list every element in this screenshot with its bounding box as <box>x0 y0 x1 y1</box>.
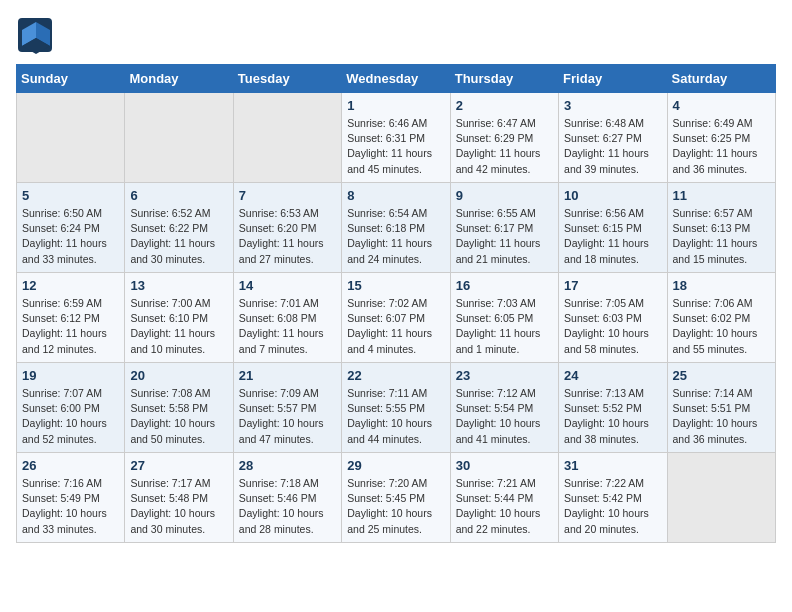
day-number: 24 <box>564 368 661 383</box>
day-info: Sunrise: 6:52 AM Sunset: 6:22 PM Dayligh… <box>130 206 227 267</box>
calendar-cell: 2Sunrise: 6:47 AM Sunset: 6:29 PM Daylig… <box>450 93 558 183</box>
calendar-cell <box>667 453 775 543</box>
day-number: 8 <box>347 188 444 203</box>
calendar-cell: 24Sunrise: 7:13 AM Sunset: 5:52 PM Dayli… <box>559 363 667 453</box>
calendar-cell: 28Sunrise: 7:18 AM Sunset: 5:46 PM Dayli… <box>233 453 341 543</box>
day-number: 27 <box>130 458 227 473</box>
calendar-cell <box>233 93 341 183</box>
calendar-cell: 10Sunrise: 6:56 AM Sunset: 6:15 PM Dayli… <box>559 183 667 273</box>
calendar-cell: 5Sunrise: 6:50 AM Sunset: 6:24 PM Daylig… <box>17 183 125 273</box>
calendar-cell: 20Sunrise: 7:08 AM Sunset: 5:58 PM Dayli… <box>125 363 233 453</box>
day-number: 12 <box>22 278 119 293</box>
calendar-cell: 3Sunrise: 6:48 AM Sunset: 6:27 PM Daylig… <box>559 93 667 183</box>
calendar-week-row: 19Sunrise: 7:07 AM Sunset: 6:00 PM Dayli… <box>17 363 776 453</box>
calendar-cell: 18Sunrise: 7:06 AM Sunset: 6:02 PM Dayli… <box>667 273 775 363</box>
day-info: Sunrise: 7:11 AM Sunset: 5:55 PM Dayligh… <box>347 386 444 447</box>
day-number: 14 <box>239 278 336 293</box>
day-number: 20 <box>130 368 227 383</box>
calendar-cell: 9Sunrise: 6:55 AM Sunset: 6:17 PM Daylig… <box>450 183 558 273</box>
day-info: Sunrise: 6:48 AM Sunset: 6:27 PM Dayligh… <box>564 116 661 177</box>
day-info: Sunrise: 7:09 AM Sunset: 5:57 PM Dayligh… <box>239 386 336 447</box>
day-number: 1 <box>347 98 444 113</box>
header-cell-wednesday: Wednesday <box>342 65 450 93</box>
calendar-cell: 1Sunrise: 6:46 AM Sunset: 6:31 PM Daylig… <box>342 93 450 183</box>
day-info: Sunrise: 7:22 AM Sunset: 5:42 PM Dayligh… <box>564 476 661 537</box>
day-number: 9 <box>456 188 553 203</box>
day-info: Sunrise: 7:12 AM Sunset: 5:54 PM Dayligh… <box>456 386 553 447</box>
calendar-cell: 19Sunrise: 7:07 AM Sunset: 6:00 PM Dayli… <box>17 363 125 453</box>
day-info: Sunrise: 7:20 AM Sunset: 5:45 PM Dayligh… <box>347 476 444 537</box>
day-number: 11 <box>673 188 770 203</box>
header-cell-saturday: Saturday <box>667 65 775 93</box>
day-number: 16 <box>456 278 553 293</box>
day-info: Sunrise: 6:57 AM Sunset: 6:13 PM Dayligh… <box>673 206 770 267</box>
calendar-week-row: 26Sunrise: 7:16 AM Sunset: 5:49 PM Dayli… <box>17 453 776 543</box>
day-number: 3 <box>564 98 661 113</box>
calendar-header-row: SundayMondayTuesdayWednesdayThursdayFrid… <box>17 65 776 93</box>
day-info: Sunrise: 7:05 AM Sunset: 6:03 PM Dayligh… <box>564 296 661 357</box>
calendar-cell: 13Sunrise: 7:00 AM Sunset: 6:10 PM Dayli… <box>125 273 233 363</box>
day-info: Sunrise: 6:55 AM Sunset: 6:17 PM Dayligh… <box>456 206 553 267</box>
calendar-cell: 31Sunrise: 7:22 AM Sunset: 5:42 PM Dayli… <box>559 453 667 543</box>
day-info: Sunrise: 6:49 AM Sunset: 6:25 PM Dayligh… <box>673 116 770 177</box>
day-number: 23 <box>456 368 553 383</box>
day-info: Sunrise: 6:47 AM Sunset: 6:29 PM Dayligh… <box>456 116 553 177</box>
calendar-cell: 14Sunrise: 7:01 AM Sunset: 6:08 PM Dayli… <box>233 273 341 363</box>
calendar-table: SundayMondayTuesdayWednesdayThursdayFrid… <box>16 64 776 543</box>
day-info: Sunrise: 6:46 AM Sunset: 6:31 PM Dayligh… <box>347 116 444 177</box>
calendar-cell: 6Sunrise: 6:52 AM Sunset: 6:22 PM Daylig… <box>125 183 233 273</box>
day-number: 2 <box>456 98 553 113</box>
day-info: Sunrise: 6:54 AM Sunset: 6:18 PM Dayligh… <box>347 206 444 267</box>
calendar-week-row: 12Sunrise: 6:59 AM Sunset: 6:12 PM Dayli… <box>17 273 776 363</box>
calendar-cell: 17Sunrise: 7:05 AM Sunset: 6:03 PM Dayli… <box>559 273 667 363</box>
calendar-cell: 11Sunrise: 6:57 AM Sunset: 6:13 PM Dayli… <box>667 183 775 273</box>
day-info: Sunrise: 7:01 AM Sunset: 6:08 PM Dayligh… <box>239 296 336 357</box>
calendar-cell: 23Sunrise: 7:12 AM Sunset: 5:54 PM Dayli… <box>450 363 558 453</box>
calendar-cell <box>125 93 233 183</box>
day-number: 29 <box>347 458 444 473</box>
calendar-cell: 7Sunrise: 6:53 AM Sunset: 6:20 PM Daylig… <box>233 183 341 273</box>
day-info: Sunrise: 7:00 AM Sunset: 6:10 PM Dayligh… <box>130 296 227 357</box>
day-info: Sunrise: 7:21 AM Sunset: 5:44 PM Dayligh… <box>456 476 553 537</box>
day-info: Sunrise: 6:56 AM Sunset: 6:15 PM Dayligh… <box>564 206 661 267</box>
day-number: 21 <box>239 368 336 383</box>
calendar-cell: 29Sunrise: 7:20 AM Sunset: 5:45 PM Dayli… <box>342 453 450 543</box>
calendar-cell: 27Sunrise: 7:17 AM Sunset: 5:48 PM Dayli… <box>125 453 233 543</box>
day-number: 7 <box>239 188 336 203</box>
day-info: Sunrise: 7:16 AM Sunset: 5:49 PM Dayligh… <box>22 476 119 537</box>
day-info: Sunrise: 7:06 AM Sunset: 6:02 PM Dayligh… <box>673 296 770 357</box>
page-header <box>16 16 776 54</box>
day-number: 13 <box>130 278 227 293</box>
day-number: 31 <box>564 458 661 473</box>
day-number: 10 <box>564 188 661 203</box>
logo-icon <box>16 16 54 54</box>
calendar-week-row: 5Sunrise: 6:50 AM Sunset: 6:24 PM Daylig… <box>17 183 776 273</box>
calendar-cell: 16Sunrise: 7:03 AM Sunset: 6:05 PM Dayli… <box>450 273 558 363</box>
calendar-cell: 12Sunrise: 6:59 AM Sunset: 6:12 PM Dayli… <box>17 273 125 363</box>
header-cell-friday: Friday <box>559 65 667 93</box>
day-number: 4 <box>673 98 770 113</box>
day-info: Sunrise: 6:50 AM Sunset: 6:24 PM Dayligh… <box>22 206 119 267</box>
day-info: Sunrise: 7:02 AM Sunset: 6:07 PM Dayligh… <box>347 296 444 357</box>
day-number: 26 <box>22 458 119 473</box>
calendar-cell: 30Sunrise: 7:21 AM Sunset: 5:44 PM Dayli… <box>450 453 558 543</box>
logo <box>16 16 56 54</box>
calendar-cell: 26Sunrise: 7:16 AM Sunset: 5:49 PM Dayli… <box>17 453 125 543</box>
calendar-cell: 4Sunrise: 6:49 AM Sunset: 6:25 PM Daylig… <box>667 93 775 183</box>
day-info: Sunrise: 7:07 AM Sunset: 6:00 PM Dayligh… <box>22 386 119 447</box>
calendar-cell: 8Sunrise: 6:54 AM Sunset: 6:18 PM Daylig… <box>342 183 450 273</box>
day-number: 6 <box>130 188 227 203</box>
day-number: 17 <box>564 278 661 293</box>
calendar-cell: 25Sunrise: 7:14 AM Sunset: 5:51 PM Dayli… <box>667 363 775 453</box>
day-info: Sunrise: 6:59 AM Sunset: 6:12 PM Dayligh… <box>22 296 119 357</box>
day-info: Sunrise: 7:08 AM Sunset: 5:58 PM Dayligh… <box>130 386 227 447</box>
calendar-cell: 22Sunrise: 7:11 AM Sunset: 5:55 PM Dayli… <box>342 363 450 453</box>
header-cell-monday: Monday <box>125 65 233 93</box>
calendar-cell: 15Sunrise: 7:02 AM Sunset: 6:07 PM Dayli… <box>342 273 450 363</box>
header-cell-thursday: Thursday <box>450 65 558 93</box>
calendar-week-row: 1Sunrise: 6:46 AM Sunset: 6:31 PM Daylig… <box>17 93 776 183</box>
day-info: Sunrise: 7:14 AM Sunset: 5:51 PM Dayligh… <box>673 386 770 447</box>
day-number: 5 <box>22 188 119 203</box>
day-number: 30 <box>456 458 553 473</box>
day-info: Sunrise: 7:03 AM Sunset: 6:05 PM Dayligh… <box>456 296 553 357</box>
